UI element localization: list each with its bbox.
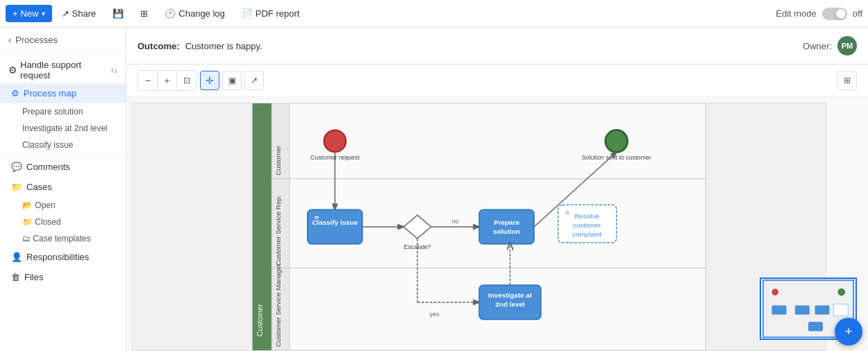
svg-text:Customer Service Rep.: Customer Service Rep. <box>274 195 282 266</box>
files-icon: 🗑 <box>11 272 20 282</box>
svg-text:2nd level: 2nd level <box>495 300 525 308</box>
pdf-icon: 📄 <box>242 8 253 19</box>
zoom-controls: − + ⊡ <box>137 70 197 91</box>
svg-rect-44 <box>815 305 830 314</box>
sidebar-back-button[interactable]: ‹ Processes <box>0 28 126 53</box>
zoom-out-button[interactable]: − <box>138 71 158 90</box>
image-icon: ▣ <box>228 76 236 85</box>
cursor-icon: ✛ <box>206 75 214 86</box>
case-templates-label: Case templates <box>33 234 90 243</box>
share-button[interactable]: ↗ Share <box>55 6 103 22</box>
sidebar-item-prepare-solution[interactable]: Prepare solution <box>0 103 126 120</box>
new-button[interactable]: + New ▾ <box>6 5 52 22</box>
closed-label: Closed <box>35 217 60 227</box>
table-button[interactable]: ⊞ <box>133 6 155 22</box>
change-log-button[interactable]: 🕐 Change log <box>158 6 232 22</box>
zoom-out-icon: − <box>144 75 150 86</box>
svg-text:⚙: ⚙ <box>565 210 569 215</box>
save-button[interactable]: 💾 <box>106 6 131 22</box>
owner-area: Owner: PM <box>803 36 857 55</box>
cases-icon: 📁 <box>11 182 22 192</box>
bpmn-diagram[interactable]: Customer Customer Customer Service Rep. … <box>132 103 826 351</box>
plus-icon: + <box>12 8 18 19</box>
share-icon: ↗ <box>62 8 69 19</box>
clock-icon: 🕐 <box>165 8 176 19</box>
open-folder-icon: 📂 <box>22 200 33 210</box>
cursor-button[interactable]: ✛ <box>200 71 219 90</box>
svg-text:Customer: Customer <box>274 145 282 176</box>
sidebar-item-cases[interactable]: 📁 Cases <box>0 177 126 197</box>
new-label: New <box>21 8 39 19</box>
classify-label: Classify issue <box>22 140 73 150</box>
save-icon: 💾 <box>112 8 124 19</box>
edit-mode-label: Edit mode <box>776 8 817 19</box>
svg-text:Investigate at: Investigate at <box>488 291 533 299</box>
svg-text:Customer: Customer <box>256 304 264 336</box>
map-icon: ⚙ <box>11 88 19 99</box>
image-button[interactable]: ▣ <box>222 71 242 90</box>
process-icon: ⚙ <box>8 65 17 76</box>
sidebar-item-files[interactable]: 🗑 Files <box>0 267 126 287</box>
edit-mode-toggle[interactable] <box>822 8 847 20</box>
cases-label: Cases <box>26 182 52 192</box>
prepare-solution-label: Prepare solution <box>22 107 83 117</box>
outcome-area: Outcome: Customer is happy. <box>137 41 262 51</box>
sidebar-item-closed[interactable]: 📁 Closed <box>0 214 126 230</box>
pdf-report-label: PDF report <box>256 8 300 19</box>
process-map-label: Process map <box>24 88 76 99</box>
content-area: Outcome: Customer is happy. Owner: PM − … <box>126 28 868 351</box>
edit-mode-area: Edit mode off <box>776 8 862 20</box>
svg-text:customer: customer <box>573 221 601 229</box>
grid-toggle-button[interactable]: ⊞ <box>837 71 857 90</box>
svg-text:no: no <box>451 218 458 225</box>
sidebar-item-process-map[interactable]: ⚙ Process map <box>0 83 126 103</box>
zoom-in-icon: + <box>165 76 170 86</box>
sort-icon: ↑↓ <box>110 67 117 74</box>
sidebar-item-comments[interactable]: 💬 Comments <box>0 157 126 177</box>
bpmn-svg: Customer Customer Customer Service Rep. … <box>133 103 826 350</box>
back-arrow-icon: ‹ <box>8 35 11 45</box>
table-icon: ⊞ <box>140 8 148 19</box>
content-header: Outcome: Customer is happy. Owner: PM <box>126 28 868 65</box>
svg-rect-42 <box>771 305 786 314</box>
zoom-in-button[interactable]: + <box>158 71 177 90</box>
owner-label: Owner: <box>803 41 832 51</box>
share-label: Share <box>72 8 97 19</box>
comments-label: Comments <box>26 162 70 172</box>
canvas-area[interactable]: Customer Customer Customer Service Rep. … <box>126 97 868 351</box>
svg-text:Classify issue: Classify issue <box>312 219 358 226</box>
svg-text:Prepare: Prepare <box>494 219 519 226</box>
sidebar-item-investigate[interactable]: Investigate at 2nd level <box>0 120 126 137</box>
sidebar-item-open[interactable]: 📂 Open <box>0 197 126 214</box>
svg-text:Solution sent to customer: Solution sent to customer <box>582 154 651 161</box>
sidebar-item-responsibilities[interactable]: 👤 Responsibilities <box>0 247 126 267</box>
fab-button[interactable]: + <box>835 318 862 345</box>
person-icon: 👤 <box>11 252 22 262</box>
sidebar: ‹ Processes ⚙ Handle support request ↑↓ … <box>0 28 126 351</box>
main-toolbar: + New ▾ ↗ Share 💾 ⊞ 🕐 Change log 📄 PDF r… <box>0 0 868 28</box>
change-log-label: Change log <box>178 8 225 19</box>
main-layout: ‹ Processes ⚙ Handle support request ↑↓ … <box>0 28 868 351</box>
process-title-text: Handle support request <box>20 60 108 80</box>
sidebar-item-case-templates[interactable]: 🗂 Case templates <box>0 230 126 247</box>
canvas-content: Customer Customer Customer Service Rep. … <box>126 97 868 351</box>
svg-text:Resolve: Resolve <box>574 212 599 220</box>
files-label: Files <box>24 272 43 282</box>
svg-point-14 <box>606 130 628 153</box>
template-icon: 🗂 <box>22 234 31 243</box>
avatar: PM <box>837 36 857 55</box>
svg-point-48 <box>838 289 845 296</box>
svg-rect-46 <box>808 322 823 331</box>
sidebar-item-classify[interactable]: Classify issue <box>0 137 126 153</box>
canvas-toolbar: − + ⊡ ✛ ▣ ↗ ⊞ <box>126 65 868 97</box>
svg-text:complaint: complaint <box>572 230 602 238</box>
back-label: Processes <box>15 35 58 45</box>
export-icon: ↗ <box>251 76 258 85</box>
fit-button[interactable]: ⊡ <box>177 71 197 90</box>
svg-point-47 <box>771 289 778 296</box>
svg-text:yes: yes <box>430 311 440 318</box>
export-button[interactable]: ↗ <box>244 71 264 90</box>
pdf-report-button[interactable]: 📄 PDF report <box>235 6 307 22</box>
svg-point-12 <box>324 130 347 153</box>
svg-rect-43 <box>795 305 810 314</box>
